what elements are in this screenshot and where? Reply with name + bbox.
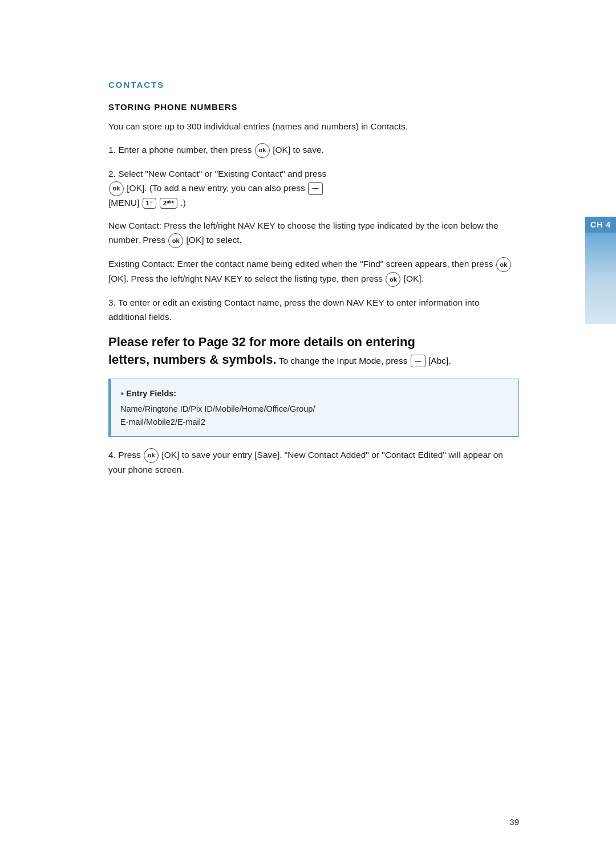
step1-after: [OK] to save. <box>270 145 324 155</box>
step4-text: 4. Press ok [OK] to save your entry [Sav… <box>108 448 519 477</box>
contacts-section-heading: CONTACTS <box>108 80 519 90</box>
existing-contact-text1: Existing Contact: Enter the contact name… <box>108 259 493 269</box>
step3-text: 3. To enter or edit an existing Contact … <box>108 296 519 324</box>
large-notice: Please refer to Page 32 for more details… <box>108 334 519 369</box>
large-notice-line1: Please refer to Page 32 for more details… <box>108 335 415 349</box>
entry-fields-box: •Entry Fields: Name/Ringtone ID/Pix ID/M… <box>108 379 519 436</box>
step2-line1: 2. Select "New Contact" or "Existing Con… <box>108 169 326 178</box>
step2-menu-label: [MENU] <box>108 198 142 208</box>
step1-before: 1. Enter a phone number, then press <box>108 145 254 155</box>
entry-dot: • <box>120 388 124 400</box>
page-number: 39 <box>509 817 519 827</box>
new-contact-text: New Contact: Press the left/right NAV KE… <box>108 221 499 245</box>
ok-button-step1: ok <box>255 143 270 158</box>
existing-contact-paragraph: Existing Contact: Enter the contact name… <box>108 257 519 287</box>
step2-text: 2. Select "New Contact" or "Existing Con… <box>108 167 519 210</box>
step1-text: 1. Enter a phone number, then press ok [… <box>108 143 519 158</box>
ok-button-step2: ok <box>109 181 124 196</box>
existing-contact-text2: [OK]. Press the left/right NAV KEY to se… <box>108 274 383 283</box>
entry-fields-title: Entry Fields: <box>126 389 176 399</box>
ok-button-step4: ok <box>144 448 159 463</box>
chapter-tab: CH 4 <box>585 217 616 324</box>
key1-button: 1⁻ <box>143 198 156 209</box>
abc-mode-button: — <box>411 355 425 367</box>
ok-button-existing2: ok <box>386 272 400 287</box>
entry-fields-content: Name/Ringtone ID/Pix ID/Mobile/Home/Offi… <box>120 404 315 427</box>
step4-after: [OK] to save your entry [Save]. "New Con… <box>108 450 503 474</box>
intro-paragraph: You can store up to 300 individual entri… <box>108 120 519 134</box>
existing-contact-end: [OK]. <box>401 274 424 283</box>
menu-button: — <box>308 182 323 195</box>
large-notice-line2: letters, numbers & symbols. To change th… <box>108 352 451 367</box>
ok-button-new-contact: ok <box>168 233 183 248</box>
chapter-tab-bar <box>585 233 616 324</box>
page-container: CH 4 CONTACTS STORING PHONE NUMBERS You … <box>0 0 616 861</box>
storing-phone-numbers-heading: STORING PHONE NUMBERS <box>108 102 519 112</box>
ok-button-existing1: ok <box>496 257 511 272</box>
key2-button: 2ᵃᵇᶜ <box>160 198 177 209</box>
step2-end: .) <box>178 198 186 208</box>
step4-before: 4. Press <box>108 450 141 460</box>
step2-after-ok: [OK]. (To add a new entry, you can also … <box>124 183 307 193</box>
chapter-tab-label: CH 4 <box>585 217 616 233</box>
new-contact-paragraph: New Contact: Press the left/right NAV KE… <box>108 219 519 248</box>
new-contact-end: [OK] to select. <box>184 235 242 245</box>
